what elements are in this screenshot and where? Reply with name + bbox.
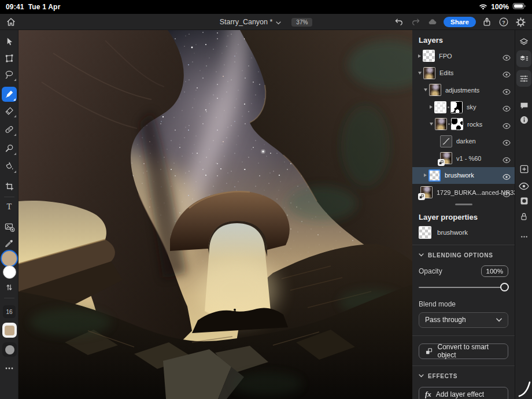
lasso-tool[interactable] [3,69,15,80]
brush-size-indicator[interactable]: 16 [3,305,16,318]
layer-name: brushwork [445,172,474,179]
add-layer-effect-button[interactable]: fx Add layer effect [419,387,508,399]
fill-tool[interactable] [3,161,15,172]
svg-text:T: T [7,202,12,211]
eraser-tool[interactable] [3,105,15,117]
layers-panel-icon[interactable] [518,53,530,65]
crop-tool[interactable] [3,180,15,192]
swap-colors-icon[interactable] [3,282,15,293]
brush-color-swatch[interactable] [2,323,17,338]
layer-row-v1[interactable]: v1 - %60 [412,150,515,167]
convert-to-smart-object-button[interactable]: Convert to smart object [419,343,508,359]
rail-more-options-icon[interactable] [518,231,530,242]
selected-layer-thumbnail [419,226,431,239]
wifi-icon [479,3,487,12]
layer-row-fpo[interactable]: FPO [412,47,515,65]
place-image-tool[interactable] [3,221,15,232]
blend-mode-dropdown[interactable]: Pass through [419,312,508,328]
chevron-down-icon[interactable] [276,17,281,27]
visibility-eye-icon[interactable] [503,189,511,195]
layer-mask-thumbnail[interactable] [451,118,463,130]
layer-stack-icon[interactable] [518,36,530,48]
type-tool[interactable]: T [3,201,15,212]
status-bar: 09:41 Tue 1 Apr 100% [0,0,532,14]
layer-name: darken [456,138,476,145]
layer-mask-thumbnail[interactable] [450,101,463,113]
undo-button[interactable] [393,16,405,28]
layer-row-rocks[interactable]: rocks [412,116,515,133]
layer-thumbnail[interactable] [428,169,441,182]
visibility-eye-icon[interactable] [503,104,511,110]
foreground-color-chip[interactable] [2,251,17,266]
disclosure-collapsed-icon[interactable] [424,173,427,177]
disclosure-expanded-icon[interactable] [430,123,433,125]
cloud-sync-icon[interactable] [427,16,438,28]
panel-resize-handle[interactable] [412,201,515,208]
blending-options-header[interactable]: BLENDING OPTIONS [419,252,508,258]
divider [412,335,515,336]
adjustment-curve-thumbnail[interactable] [440,135,452,147]
opacity-slider[interactable] [419,283,508,291]
visibility-eye-icon[interactable] [503,138,511,145]
layer-row-darken[interactable]: darken [412,133,515,150]
layer-thumbnail[interactable] [429,84,441,96]
visibility-eye-icon[interactable] [503,155,511,161]
layer-properties-section: Layer properties brushwork BLENDING OPTI… [412,213,515,399]
clock: 09:41 [6,3,24,11]
disclosure-collapsed-icon[interactable] [430,105,433,109]
toolbar-more-options-icon[interactable] [3,363,15,374]
share-button[interactable]: Share [444,17,476,27]
chevron-down-icon [496,318,502,322]
visibility-eye-icon[interactable] [518,180,530,192]
help-icon[interactable]: ? [498,16,509,28]
layer-row-brushwork-selected[interactable]: brushwork [412,167,515,184]
layer-row-1729[interactable]: 1729_BURKA...anced-NR33 [412,184,515,201]
layer-thumbnail[interactable] [435,118,447,130]
opacity-value-box[interactable]: 100% [481,265,508,277]
mask-icon[interactable] [518,195,530,206]
battery-icon [512,2,526,12]
visibility-eye-icon[interactable] [503,87,511,93]
brush-tool[interactable] [2,87,17,102]
canvas-document[interactable] [19,30,412,399]
document-title[interactable]: Starry_Canyon * [220,18,273,26]
lock-icon[interactable] [518,210,530,222]
layer-properties-title: Layer properties [419,213,508,221]
settings-gear-icon[interactable] [515,16,526,28]
add-layer-icon[interactable] [518,163,530,175]
disclosure-collapsed-icon[interactable] [418,54,421,58]
properties-sliders-icon[interactable] [518,73,530,84]
layer-thumbnail[interactable] [434,101,446,113]
visibility-eye-icon[interactable] [503,53,511,59]
disclosure-expanded-icon[interactable] [418,72,422,75]
move-tool[interactable] [3,36,15,47]
redo-button[interactable] [410,16,422,28]
slider-track[interactable] [419,287,508,288]
layer-thumbnail[interactable] [423,67,435,79]
healing-brush-tool[interactable] [3,124,15,135]
background-color-chip[interactable] [3,265,16,279]
slider-knob[interactable] [500,283,509,291]
visibility-eye-icon[interactable] [503,172,511,179]
effects-header[interactable]: EFFECTS [419,373,508,379]
layer-row-adjustments[interactable]: adjustments [412,82,515,99]
date: Tue 1 Apr [28,3,61,11]
layer-row-sky[interactable]: sky [412,99,515,116]
clone-stamp-tool[interactable] [3,143,15,154]
export-icon[interactable] [481,16,493,28]
transform-tool[interactable] [3,53,15,64]
smart-object-thumbnail[interactable] [420,186,433,198]
zoom-level-badge[interactable]: 37% [291,18,312,27]
eyedropper-tool[interactable] [3,238,15,249]
comments-icon[interactable] [518,99,530,111]
disclosure-expanded-icon[interactable] [424,88,427,91]
layer-row-edits[interactable]: Edits [412,65,515,82]
layer-thumbnail[interactable] [423,50,435,62]
smart-object-thumbnail[interactable] [440,152,452,164]
info-icon[interactable] [518,114,530,125]
tool-bar: T 16 [0,30,19,399]
visibility-eye-icon[interactable] [503,70,511,76]
chevron-down-icon [419,253,424,257]
brush-opacity-swatch[interactable] [2,342,17,357]
visibility-eye-icon[interactable] [503,121,511,127]
